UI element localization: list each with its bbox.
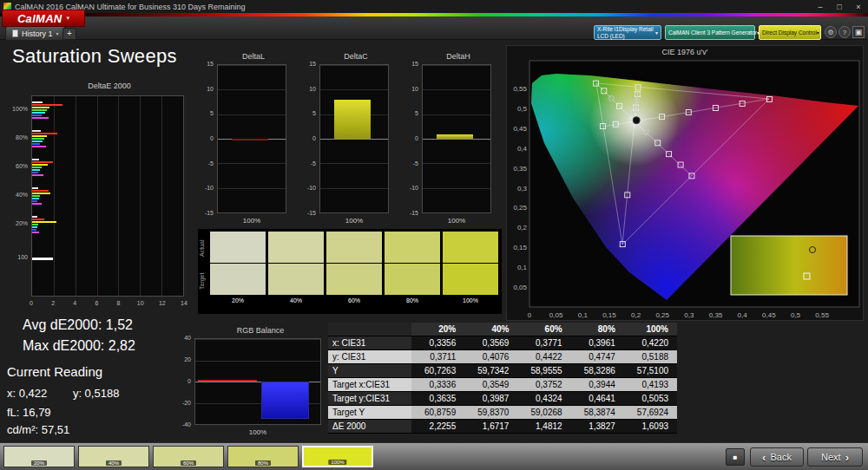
stop-icon: ■: [733, 454, 738, 461]
gridline: [423, 188, 490, 189]
meter-line1: X-Rite i1Display Retail: [597, 26, 654, 33]
reading-fl: fL: 16,79: [7, 406, 51, 419]
de-bar: [32, 109, 47, 111]
table-cell: 0,4220: [624, 336, 677, 349]
de-bar: [32, 258, 53, 260]
calman-logo-menu[interactable]: CalMAN ▾: [2, 10, 85, 27]
axis-tick-label: 5: [299, 110, 316, 116]
minimize-button[interactable]: –: [811, 0, 830, 13]
table-cell: 0,5053: [624, 392, 677, 405]
chevron-down-icon: ▾: [67, 15, 70, 22]
table-row: Target x:CIE310,33360,35490,37520,39440,…: [328, 378, 677, 392]
gridline: [320, 188, 388, 189]
y-axis-labels: 151050-5-10-15: [304, 64, 318, 213]
chart-title: RGB Balance: [194, 326, 326, 336]
window-controls: – □ ×: [811, 0, 868, 13]
thumbnail-label: 20%: [31, 460, 47, 466]
settings-button[interactable]: ⚙: [825, 26, 837, 38]
column-header: 80%: [571, 323, 624, 336]
axis-tick-label: 0: [30, 300, 33, 306]
tab-history[interactable]: History 1 ▾: [5, 26, 66, 40]
pattern-thumbnail[interactable]: 40%: [78, 446, 149, 467]
gridline: [423, 139, 490, 140]
reading-x: x: 0,422: [7, 387, 47, 400]
add-tab-button[interactable]: +: [62, 28, 76, 40]
pattern-thumbnail[interactable]: 80%: [227, 446, 299, 467]
table-cell: 0,3635: [411, 392, 464, 405]
de-bar: [32, 195, 40, 197]
axis-tick-label: 0,5: [517, 105, 528, 113]
gridline: [320, 212, 388, 213]
help-button[interactable]: ?: [838, 26, 851, 38]
x-axis-label: 100%: [217, 217, 286, 225]
axis-tick-label: 0,4: [738, 311, 748, 319]
de-bar: [32, 107, 49, 108]
deltae2000-chart: DeltaE 2000 100%80%60%40%20%100 02468101…: [10, 82, 187, 316]
pattern-thumbnail[interactable]: 20%: [3, 446, 75, 467]
axis-tick-label: 0: [174, 378, 191, 384]
axis-tick-label: 0: [401, 135, 418, 141]
source-button[interactable]: CalMAN Client 3 Pattern Generator ▾: [665, 25, 755, 40]
pattern-thumbnail[interactable]: 100%: [302, 446, 373, 467]
de-bar: [32, 159, 39, 160]
table-cell: 0,3356: [411, 336, 464, 349]
axis-tick-label: 0,15: [513, 244, 527, 251]
plot-area: [319, 64, 389, 213]
meter-button[interactable]: X-Rite i1Display Retail LCD (LED) ▾: [594, 25, 661, 40]
back-button[interactable]: ‹ Back: [750, 447, 804, 467]
table-cell: 58,9555: [517, 364, 570, 377]
axis-tick-label: 12: [159, 300, 166, 306]
row-label: y: CIE31: [328, 350, 411, 363]
gridline: [423, 65, 490, 66]
next-button[interactable]: Next ›: [807, 447, 863, 467]
table-row: x: CIE310,33560,35690,37710,39610,4220: [328, 336, 677, 350]
layout-toggle-button[interactable]: ▣: [852, 26, 865, 38]
swatch-column: 80%: [385, 232, 440, 307]
de-bar: [32, 187, 38, 189]
swatch-strip: Actual Target 20%40%60%80%100%: [198, 229, 502, 314]
swatch-column: 20%: [210, 232, 266, 307]
gridline: [423, 89, 490, 90]
gridline: [423, 114, 490, 115]
red-level-line: [198, 380, 257, 382]
axis-tick-label: 0,55: [513, 85, 527, 93]
gridline: [54, 96, 55, 296]
gridline: [183, 96, 184, 296]
axis-tick-label: 15: [401, 61, 418, 67]
table-row: Target y:CIE310,36350,39870,43240,46410,…: [328, 392, 677, 406]
arrow-left-icon: ‹: [762, 451, 766, 464]
column-header: 40%: [464, 323, 517, 336]
de-bar: [32, 117, 49, 119]
maximize-button[interactable]: □: [830, 0, 849, 13]
de-bar: [32, 226, 37, 228]
cie-inset: [731, 236, 847, 295]
cie-diagram: 00,050,10,150,20,250,30,350,40,450,50,55…: [507, 57, 865, 321]
actual-swatch: [385, 232, 440, 263]
de-bar: [32, 203, 42, 205]
arrow-right-icon: ›: [845, 451, 849, 464]
stop-button[interactable]: ■: [726, 448, 745, 466]
table-cell: 1,6093: [624, 420, 677, 433]
swatch-columns: 20%40%60%80%100%: [210, 232, 498, 307]
y-axis-labels: 100%80%60%40%20%100: [10, 95, 30, 297]
display-control-button[interactable]: Direct Display Control ▾: [759, 25, 821, 40]
thumbnail-label: 80%: [255, 460, 271, 466]
close-button[interactable]: ×: [849, 0, 868, 13]
table-cell: 1,6717: [464, 420, 517, 433]
pattern-thumbnail[interactable]: 60%: [153, 446, 224, 467]
group-label: 20%: [10, 220, 28, 226]
gridline: [320, 89, 388, 90]
row-label: Target y:CIE31: [328, 392, 411, 405]
table-cell: 59,7342: [464, 364, 517, 377]
plot-area: [217, 64, 286, 213]
de-bar: [32, 224, 38, 225]
axis-tick-label: 14: [181, 300, 187, 306]
deltal-chart: DeltaL 151050-5-10-15 100%: [201, 52, 290, 229]
swatch-label: 60%: [326, 295, 382, 307]
gridline: [423, 163, 490, 164]
axis-tick-label: -40: [174, 421, 191, 428]
max-de2000: Max dE2000: 2,82: [23, 338, 135, 354]
chart-title: CIE 1976 u'v': [507, 46, 863, 56]
tab-label: History 1: [22, 29, 53, 38]
x-axis-labels: 02468101214: [31, 300, 184, 309]
